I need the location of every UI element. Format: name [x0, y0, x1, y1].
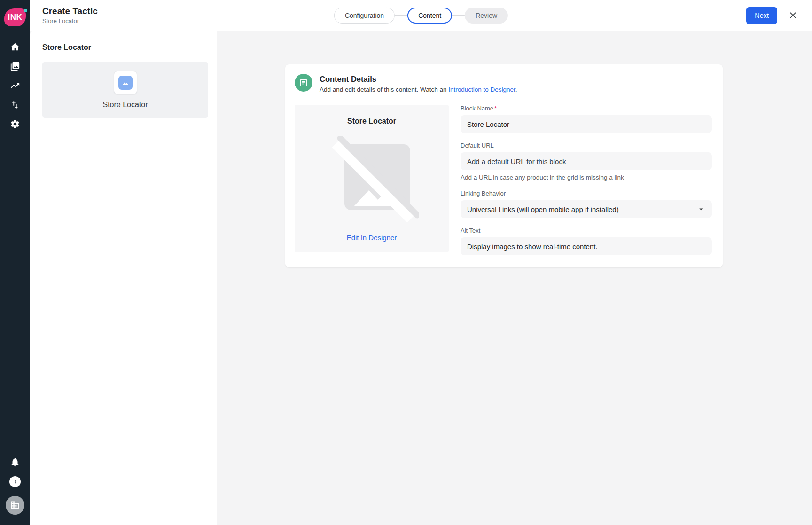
default-url-input[interactable]	[461, 152, 712, 170]
home-icon[interactable]	[9, 41, 21, 53]
block-tile-label: Store Locator	[102, 101, 148, 109]
alt-text-label: Alt Text	[461, 227, 712, 234]
content-details-card: Content Details Add and edit details of …	[285, 64, 723, 267]
default-url-helper-text: Add a URL in case any product in the gri…	[461, 174, 712, 181]
step-configuration[interactable]: Configuration	[334, 8, 395, 24]
ink-logo[interactable]: INK	[4, 8, 26, 26]
wizard-stepper: Configuration Content Review	[334, 8, 508, 24]
default-url-label: Default URL	[461, 142, 712, 149]
page-header: Create Tactic Store Locator Configuratio…	[30, 0, 812, 31]
section-description: Add and edit details of this content. Wa…	[320, 86, 517, 93]
sidebar-bottom	[6, 456, 24, 515]
section-title: Content Details	[320, 75, 517, 84]
block-name-label: Block Name*	[461, 105, 712, 112]
header-titles: Create Tactic Store Locator	[42, 6, 98, 25]
broken-image-icon	[325, 136, 419, 225]
required-asterisk: *	[494, 105, 497, 112]
label-text: Block Name	[461, 105, 493, 112]
content-details-list-icon	[295, 74, 312, 92]
description-text: Add and edit details of this content. Wa…	[320, 86, 448, 93]
block-name-input[interactable]	[461, 115, 712, 133]
step-content[interactable]: Content	[407, 8, 452, 24]
step-connector	[395, 15, 407, 16]
block-thumbnail	[114, 71, 137, 94]
notifications-bell-icon[interactable]	[9, 456, 21, 468]
next-button[interactable]: Next	[746, 7, 777, 24]
page-title: Create Tactic	[42, 6, 98, 16]
page-subtitle: Store Locator	[42, 17, 98, 24]
introduction-to-designer-link[interactable]: Introduction to Designer	[448, 86, 515, 93]
linking-behavior-select[interactable]: Universal Links (will open mobile app if…	[461, 200, 712, 218]
block-list-panel: Store Locator Store Locator	[30, 31, 217, 525]
organization-avatar-building-icon[interactable]	[6, 496, 24, 515]
close-icon[interactable]	[788, 10, 798, 21]
photo-library-icon[interactable]	[9, 61, 21, 72]
settings-gear-icon[interactable]	[9, 118, 21, 130]
step-review[interactable]: Review	[465, 8, 508, 24]
trending-up-icon[interactable]	[9, 80, 21, 91]
alt-text-input[interactable]	[461, 237, 712, 255]
block-panel-heading: Store Locator	[42, 43, 204, 52]
block-preview-panel: Store Locator Edit In Designer	[295, 105, 449, 252]
main-content: Content Details Add and edit details of …	[217, 31, 812, 525]
chevron-down-icon	[697, 205, 705, 213]
content-details-form: Block Name* Default URL Add a URL in cas…	[461, 105, 712, 255]
card-header: Content Details Add and edit details of …	[295, 74, 713, 93]
preview-title: Store Locator	[347, 117, 396, 125]
store-locator-block-tile[interactable]: Store Locator	[42, 62, 208, 118]
image-icon	[118, 76, 133, 90]
header-actions: Next	[746, 7, 812, 24]
description-period: .	[515, 86, 517, 93]
swap-vertical-icon[interactable]	[9, 99, 21, 110]
info-icon[interactable]	[9, 476, 21, 487]
step-connector	[452, 15, 465, 16]
sidebar-nav	[9, 41, 21, 130]
edit-in-designer-link[interactable]: Edit In Designer	[347, 234, 397, 242]
linking-behavior-label: Linking Behavior	[461, 190, 712, 197]
linking-behavior-value: Universal Links (will open mobile app if…	[467, 205, 619, 213]
app-sidebar: INK	[0, 0, 30, 525]
